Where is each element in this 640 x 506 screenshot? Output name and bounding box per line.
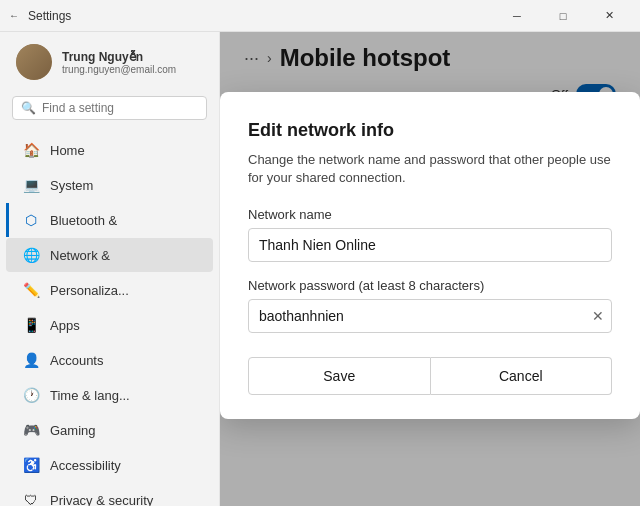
network-password-label: Network password (at least 8 characters) bbox=[248, 278, 612, 293]
network-name-label: Network name bbox=[248, 207, 612, 222]
nav-items: 🏠 Home 💻 System ⬡ Bluetooth & 🌐 Network … bbox=[0, 128, 219, 506]
avatar bbox=[16, 44, 52, 80]
sidebar-item-apps-label: Apps bbox=[50, 318, 80, 333]
search-box[interactable]: 🔍 bbox=[12, 96, 207, 120]
content-area: ··· › Mobile hotspot Off Internet ▼ ▼ ∧ … bbox=[220, 32, 640, 506]
modal-description: Change the network name and password tha… bbox=[248, 151, 612, 187]
titlebar: ← Settings ─ □ ✕ bbox=[0, 0, 640, 32]
privacy-icon: 🛡 bbox=[22, 491, 40, 506]
accounts-icon: 👤 bbox=[22, 351, 40, 369]
network-icon: 🌐 bbox=[22, 246, 40, 264]
sidebar-item-home-label: Home bbox=[50, 143, 85, 158]
sidebar-item-privacy-label: Privacy & security bbox=[50, 493, 153, 507]
sidebar-item-bluetooth[interactable]: ⬡ Bluetooth & bbox=[6, 203, 213, 237]
modal-overlay: Edit network info Change the network nam… bbox=[220, 32, 640, 506]
back-button[interactable]: ← bbox=[8, 10, 20, 22]
titlebar-left: ← Settings bbox=[8, 9, 71, 23]
close-button[interactable]: ✕ bbox=[586, 0, 632, 32]
time-icon: 🕐 bbox=[22, 386, 40, 404]
app-container: Trung Nguyễn trung.nguyen@email.com 🔍 🏠 … bbox=[0, 32, 640, 506]
sidebar: Trung Nguyễn trung.nguyen@email.com 🔍 🏠 … bbox=[0, 32, 220, 506]
sidebar-item-accounts-label: Accounts bbox=[50, 353, 103, 368]
sidebar-item-network-label: Network & bbox=[50, 248, 110, 263]
network-password-input[interactable] bbox=[248, 299, 612, 333]
sidebar-item-network[interactable]: 🌐 Network & bbox=[6, 238, 213, 272]
sidebar-item-accounts[interactable]: 👤 Accounts bbox=[6, 343, 213, 377]
user-info: Trung Nguyễn trung.nguyen@email.com bbox=[62, 50, 176, 75]
sidebar-item-time-label: Time & lang... bbox=[50, 388, 130, 403]
system-icon: 💻 bbox=[22, 176, 40, 194]
network-password-group: Network password (at least 8 characters)… bbox=[248, 278, 612, 333]
network-name-input[interactable] bbox=[248, 228, 612, 262]
user-name: Trung Nguyễn bbox=[62, 50, 176, 64]
cancel-button[interactable]: Cancel bbox=[431, 357, 613, 395]
sidebar-item-system-label: System bbox=[50, 178, 93, 193]
save-button[interactable]: Save bbox=[248, 357, 431, 395]
app-title: Settings bbox=[28, 9, 71, 23]
modal-title: Edit network info bbox=[248, 120, 612, 141]
sidebar-item-accessibility[interactable]: ♿ Accessibility bbox=[6, 448, 213, 482]
sidebar-item-personalization-label: Personaliza... bbox=[50, 283, 129, 298]
sidebar-item-privacy[interactable]: 🛡 Privacy & security bbox=[6, 483, 213, 506]
sidebar-item-gaming[interactable]: 🎮 Gaming bbox=[6, 413, 213, 447]
sidebar-item-personalization[interactable]: ✏️ Personaliza... bbox=[6, 273, 213, 307]
user-profile[interactable]: Trung Nguyễn trung.nguyen@email.com bbox=[0, 32, 219, 92]
sidebar-item-apps[interactable]: 📱 Apps bbox=[6, 308, 213, 342]
sidebar-item-system[interactable]: 💻 System bbox=[6, 168, 213, 202]
bluetooth-icon: ⬡ bbox=[22, 211, 40, 229]
accessibility-icon: ♿ bbox=[22, 456, 40, 474]
sidebar-item-gaming-label: Gaming bbox=[50, 423, 96, 438]
apps-icon: 📱 bbox=[22, 316, 40, 334]
sidebar-item-bluetooth-label: Bluetooth & bbox=[50, 213, 117, 228]
gaming-icon: 🎮 bbox=[22, 421, 40, 439]
sidebar-item-time[interactable]: 🕐 Time & lang... bbox=[6, 378, 213, 412]
home-icon: 🏠 bbox=[22, 141, 40, 159]
personalization-icon: ✏️ bbox=[22, 281, 40, 299]
edit-network-modal: Edit network info Change the network nam… bbox=[220, 92, 640, 419]
clear-password-button[interactable]: ✕ bbox=[592, 309, 604, 323]
modal-actions: Save Cancel bbox=[248, 357, 612, 395]
search-icon: 🔍 bbox=[21, 101, 36, 115]
sidebar-item-accessibility-label: Accessibility bbox=[50, 458, 121, 473]
search-input[interactable] bbox=[42, 101, 198, 115]
window-controls: ─ □ ✕ bbox=[494, 0, 632, 32]
minimize-button[interactable]: ─ bbox=[494, 0, 540, 32]
password-input-wrapper: ✕ bbox=[248, 299, 612, 333]
sidebar-item-home[interactable]: 🏠 Home bbox=[6, 133, 213, 167]
maximize-button[interactable]: □ bbox=[540, 0, 586, 32]
network-name-group: Network name bbox=[248, 207, 612, 262]
user-email: trung.nguyen@email.com bbox=[62, 64, 176, 75]
